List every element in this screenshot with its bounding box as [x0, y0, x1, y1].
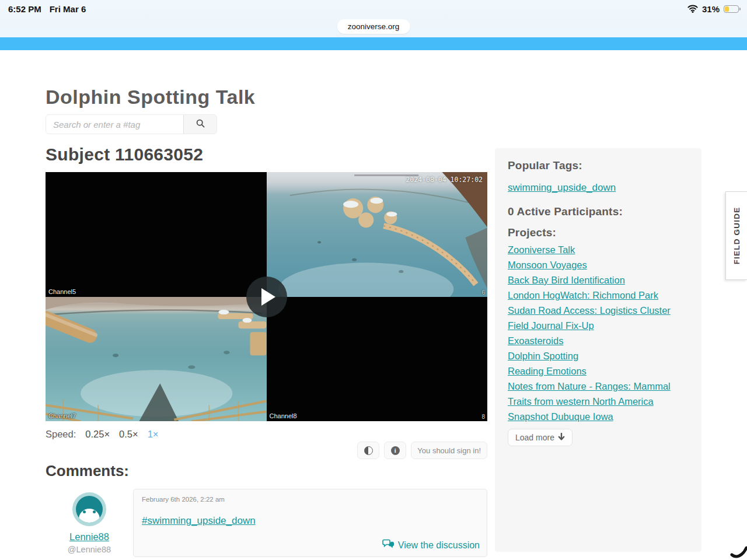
- projects-heading: Projects:: [508, 226, 689, 239]
- search-input[interactable]: [46, 115, 184, 134]
- channel8-digit: 8: [481, 414, 485, 420]
- field-guide-tab[interactable]: FIELD GUIDE: [725, 191, 747, 280]
- camera-feed-channel6: 2024-08-04 10:27:02 6: [267, 172, 488, 297]
- popular-tags-heading: Popular Tags:: [508, 159, 689, 172]
- channel7-label: Channel7: [48, 412, 76, 419]
- project-link-sudan-road-access[interactable]: Sudan Road Access: Logistics Cluster: [508, 303, 689, 318]
- load-more-button[interactable]: Load more: [508, 429, 573, 446]
- load-more-label: Load more: [515, 433, 554, 442]
- discussion-bubbles-icon: [382, 539, 395, 551]
- project-link-dolphin-spotting[interactable]: Dolphin Spotting: [508, 348, 689, 363]
- speed-option-025[interactable]: 0.25×: [85, 429, 110, 440]
- channel5-label: Channel5: [48, 288, 76, 295]
- subject-video-player[interactable]: Channel5 2024-08-04 10:27:02 6: [46, 172, 487, 421]
- down-arrow-icon: [558, 433, 565, 442]
- camera-feed-channel5: Channel5: [46, 172, 267, 297]
- channel8-label: Channel8: [270, 412, 297, 419]
- comment-timestamp: February 6th 2026, 2:22 am: [142, 496, 479, 503]
- comment-tag-link[interactable]: #swimming_upside_down: [142, 515, 256, 527]
- page-title: Dolphin Spotting Talk: [46, 86, 255, 108]
- view-discussion-link[interactable]: View the discussion: [382, 539, 480, 551]
- channel6-digit: 6: [481, 289, 485, 296]
- invert-colors-button[interactable]: [357, 442, 379, 459]
- comment-card: February 6th 2026, 2:22 am #swimming_ups…: [133, 489, 487, 557]
- speed-option-05[interactable]: 0.5×: [119, 429, 138, 440]
- speed-option-1[interactable]: 1×: [148, 429, 159, 440]
- comment-author-column: Lennie88 @Lennie88: [46, 489, 133, 557]
- play-button[interactable]: [246, 276, 287, 317]
- avatar[interactable]: [72, 492, 106, 526]
- project-link-london-hogwatch[interactable]: London HogWatch: Richmond Park: [508, 288, 689, 303]
- project-link-field-journal[interactable]: Field Journal Fix-Up: [508, 318, 689, 333]
- playback-speed-controls: Speed: 0.25× 0.5× 1×: [46, 429, 158, 440]
- project-link-monsoon-voyages[interactable]: Monsoon Voyages: [508, 257, 689, 272]
- zooniverse-logo-swoosh: [729, 542, 747, 560]
- metadata-info-button[interactable]: i: [384, 442, 406, 459]
- comment-item: Lennie88 @Lennie88 February 6th 2026, 2:…: [46, 489, 487, 557]
- field-guide-label: FIELD GUIDE: [732, 207, 741, 265]
- tag-link-swimming-upside-down[interactable]: swimming_upside_down: [508, 182, 616, 194]
- avatar-face-icon: [76, 496, 103, 523]
- play-icon: [261, 288, 275, 306]
- subject-sidebar: Popular Tags: swimming_upside_down 0 Act…: [495, 148, 701, 552]
- lagoon-surface-scene: [46, 297, 267, 422]
- search-box: [46, 114, 217, 134]
- clock-date: Fri Mar 6: [50, 4, 86, 14]
- lagoon-aerial-scene: [267, 172, 488, 297]
- project-link-zooniverse-talk[interactable]: Zooniverse Talk: [508, 242, 689, 257]
- info-icon: i: [391, 446, 400, 455]
- project-link-reading-emotions[interactable]: Reading Emotions: [508, 363, 689, 379]
- player-toolbar: i You should sign in!: [46, 442, 487, 459]
- browser-chrome: 6:52 PM Fri Mar 6 31% zooniverse.org: [0, 0, 747, 37]
- active-participants-heading: 0 Active Participants:: [508, 205, 689, 218]
- project-link-exoasteroids[interactable]: Exoasteroids: [508, 333, 689, 348]
- speed-label: Speed:: [46, 429, 76, 440]
- sign-in-prompt-button[interactable]: You should sign in!: [411, 442, 487, 459]
- camera-feed-channel8: Channel8 8: [267, 297, 488, 422]
- subject-title: Subject 110663052: [46, 145, 203, 164]
- project-link-snapshot-dubuque[interactable]: Snapshot Dubuque Iowa: [508, 409, 689, 424]
- camera-feed-channel7: Channel7: [46, 297, 267, 422]
- user-handle: @Lennie88: [46, 545, 133, 554]
- clock-time: 6:52 PM: [8, 4, 41, 14]
- comments-heading: Comments:: [46, 462, 129, 480]
- project-link-back-bay-bird[interactable]: Back Bay Bird Identification: [508, 272, 689, 288]
- contrast-icon: [364, 446, 373, 455]
- search-icon: [196, 119, 205, 130]
- wifi-icon: [687, 5, 698, 13]
- site-header-bar: [0, 37, 747, 50]
- battery-icon: [724, 5, 739, 13]
- status-bar: 6:52 PM Fri Mar 6 31%: [0, 0, 747, 18]
- search-button[interactable]: [184, 115, 217, 134]
- username-link[interactable]: Lennie88: [69, 531, 109, 542]
- view-discussion-label: View the discussion: [398, 540, 480, 551]
- address-bar[interactable]: zooniverse.org: [337, 19, 410, 34]
- project-link-notes-from-nature[interactable]: Notes from Nature - Ranges: Mammal Trait…: [508, 379, 689, 409]
- video-timestamp: 2024-08-04 10:27:02: [406, 176, 483, 184]
- battery-percent: 31%: [702, 4, 720, 14]
